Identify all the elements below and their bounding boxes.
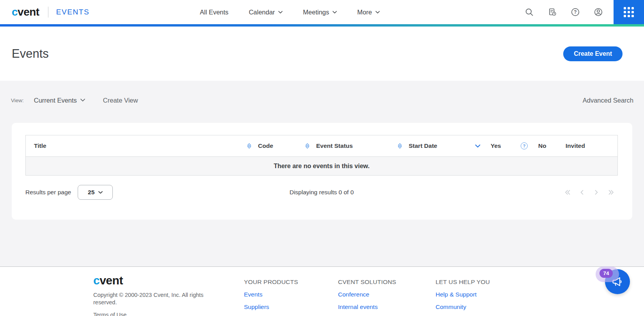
view-toolbar: View: Current Events Create View Advance…: [0, 81, 644, 106]
results-per-page: Results per page 25: [25, 185, 113, 200]
results-per-page-label: Results per page: [25, 189, 71, 196]
sort-icon[interactable]: [247, 143, 252, 149]
double-chevron-right-icon: [608, 190, 614, 195]
nav-more[interactable]: More: [357, 9, 380, 16]
footer-link-events[interactable]: Events: [244, 291, 298, 298]
nav-all-events[interactable]: All Events: [200, 9, 228, 16]
top-nav: All Events Calendar Meetings More: [200, 0, 380, 24]
column-no[interactable]: No: [538, 135, 566, 156]
first-page-button[interactable]: [564, 189, 571, 196]
chevron-down-icon: [333, 11, 337, 14]
double-chevron-left-icon: [565, 190, 571, 195]
footer-column-products: YOUR PRODUCTS Events Suppliers: [244, 279, 298, 311]
app-switcher-button[interactable]: [614, 0, 644, 24]
brand-area: cvent EVENTS: [0, 7, 89, 18]
column-help-icon[interactable]: ?: [521, 142, 528, 149]
next-page-button[interactable]: [592, 189, 600, 196]
app-grid-icon: [624, 7, 634, 17]
events-card: Title Code Event Status: [12, 123, 632, 220]
account-icon[interactable]: [594, 7, 603, 17]
create-event-button[interactable]: Create Event: [563, 46, 623, 61]
cvent-logo[interactable]: cvent: [12, 7, 39, 18]
chevron-down-icon: [278, 11, 283, 14]
footer-heading: LET US HELP YOU: [436, 279, 490, 286]
svg-text:?: ?: [574, 9, 576, 15]
page-header: Events Create Event: [0, 27, 644, 81]
footer-brand-block: cvent Copyright © 2000-2023 Cvent, Inc. …: [93, 275, 218, 316]
chevron-down-icon: [80, 99, 85, 102]
content-section: View: Current Events Create View Advance…: [0, 81, 644, 266]
column-code[interactable]: Code: [258, 135, 316, 156]
footer-link-internal-events[interactable]: Internal events: [338, 304, 396, 311]
sort-icon[interactable]: [397, 143, 402, 149]
previous-page-button[interactable]: [578, 189, 586, 196]
nav-meetings[interactable]: Meetings: [303, 9, 337, 16]
cvent-footer-logo: cvent: [93, 275, 218, 286]
pagination: [564, 189, 615, 196]
column-title[interactable]: Title: [26, 135, 258, 156]
sort-icon[interactable]: [305, 143, 310, 149]
results-bar: Results per page 25 Displaying results 0…: [25, 185, 618, 200]
search-icon[interactable]: [525, 7, 534, 17]
column-event-status[interactable]: Event Status: [316, 135, 409, 156]
events-table: Title Code Event Status: [25, 135, 618, 176]
nav-calendar[interactable]: Calendar: [249, 9, 283, 16]
create-view-link[interactable]: Create View: [103, 97, 138, 104]
column-start-date[interactable]: Start Date: [409, 135, 491, 156]
footer-link-conference[interactable]: Conference: [338, 291, 396, 298]
copyright-text: Copyright © 2000-2023 Cvent, Inc. All ri…: [93, 291, 210, 306]
footer-column-help: LET US HELP YOU Help & Support Community: [436, 279, 490, 311]
brand-divider: [48, 7, 48, 18]
results-summary: Displaying results 0 of 0: [25, 189, 618, 196]
page-footer: cvent Copyright © 2000-2023 Cvent, Inc. …: [0, 266, 644, 316]
footer-link-suppliers[interactable]: Suppliers: [244, 304, 298, 311]
page-title: Events: [12, 47, 49, 61]
header-icon-group: ?: [525, 0, 603, 24]
results-per-page-select[interactable]: 25: [78, 185, 113, 200]
column-yes[interactable]: Yes ?: [491, 135, 538, 156]
footer-heading: CVENT SOLUTIONS: [338, 279, 396, 286]
empty-state-message: There are no events in this view.: [274, 163, 370, 170]
last-page-button[interactable]: [607, 189, 615, 196]
column-invited[interactable]: Invited: [566, 135, 617, 156]
terms-of-use-link[interactable]: Terms of Use: [93, 312, 126, 316]
help-icon[interactable]: ?: [571, 7, 580, 17]
table-header-row: Title Code Event Status: [26, 135, 617, 156]
chat-unread-badge: 74: [600, 269, 613, 278]
chevron-down-icon: [375, 11, 380, 14]
product-name: EVENTS: [56, 8, 90, 16]
empty-state-row: There are no events in this view.: [26, 156, 617, 175]
footer-link-community[interactable]: Community: [436, 304, 490, 311]
chevron-left-icon: [580, 190, 584, 195]
chevron-right-icon: [594, 190, 598, 195]
view-selector[interactable]: Current Events: [34, 97, 85, 104]
sort-desc-icon[interactable]: [475, 144, 480, 148]
chevron-down-icon: [98, 191, 103, 194]
top-header: cvent EVENTS All Events Calendar Meeting…: [0, 0, 644, 24]
footer-heading: YOUR PRODUCTS: [244, 279, 298, 286]
footer-column-solutions: CVENT SOLUTIONS Conference Internal even…: [338, 279, 396, 311]
advanced-search-link[interactable]: Advanced Search: [583, 97, 633, 104]
footer-link-help-support[interactable]: Help & Support: [436, 291, 490, 298]
view-label: View:: [11, 98, 24, 103]
recent-items-icon[interactable]: [548, 7, 557, 17]
